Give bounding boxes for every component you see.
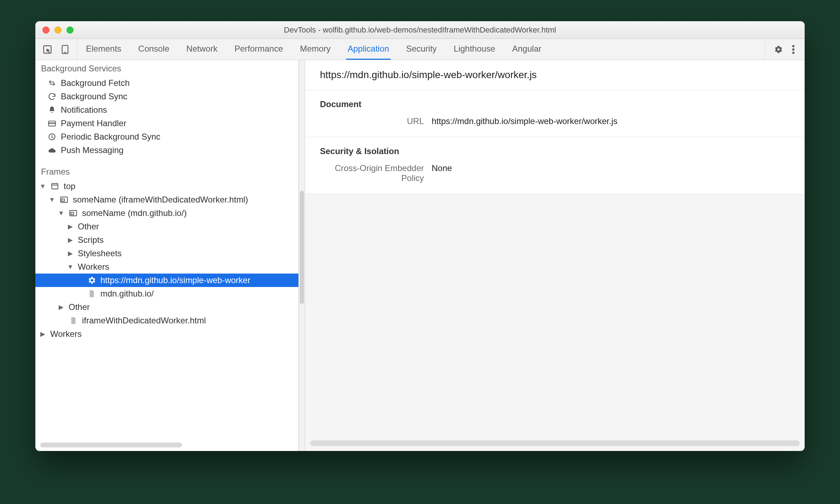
- iframe-icon: [59, 195, 69, 204]
- bg-service-item[interactable]: Payment Handler: [35, 117, 298, 130]
- details-horizontal-scrollbar[interactable]: [310, 440, 800, 446]
- section-frames: Frames: [35, 163, 298, 180]
- svg-point-3: [792, 45, 794, 47]
- background-services-list: Background FetchBackground SyncNotificat…: [35, 76, 298, 157]
- tree-row[interactable]: Stylesheets: [35, 247, 298, 260]
- bell-icon: [47, 105, 57, 115]
- credit-card-icon: [47, 119, 57, 128]
- tab-console[interactable]: Console: [137, 39, 171, 60]
- application-sidebar: Background Services Background FetchBack…: [35, 60, 299, 451]
- tab-security[interactable]: Security: [405, 39, 438, 60]
- devtools-tabbar: ElementsConsoleNetworkPerformanceMemoryA…: [35, 39, 805, 60]
- window-titlebar: DevTools - wolfib.github.io/web-demos/ne…: [35, 21, 805, 39]
- svg-point-5: [792, 52, 794, 53]
- bg-service-item[interactable]: Background Sync: [35, 90, 298, 103]
- tree-row-label: someName (iframeWithDedicatedWorker.html…: [73, 195, 248, 205]
- tree-row[interactable]: top: [35, 180, 298, 193]
- tree-disclosure-arrow[interactable]: [67, 250, 74, 257]
- tree-row-label: top: [64, 181, 75, 191]
- tree-disclosure-arrow[interactable]: [40, 330, 46, 338]
- tree-row[interactable]: someName (iframeWithDedicatedWorker.html…: [35, 193, 298, 206]
- tree-row[interactable]: Workers: [35, 260, 298, 274]
- file-icon: [87, 289, 96, 298]
- document-url-value: https://mdn.github.io/simple-web-worker/…: [432, 116, 618, 126]
- gear-icon: [87, 276, 96, 285]
- tree-row-label: Workers: [50, 329, 82, 339]
- tree-row-label: Other: [69, 302, 90, 312]
- details-pane: https://mdn.github.io/simple-web-worker/…: [305, 60, 805, 451]
- tree-row[interactable]: someName (mdn.github.io/): [35, 206, 298, 220]
- bg-service-label: Notifications: [61, 105, 107, 115]
- tree-disclosure-arrow[interactable]: [40, 183, 46, 190]
- detail-title: https://mdn.github.io/simple-web-worker/…: [305, 60, 805, 90]
- bg-service-item[interactable]: Notifications: [35, 103, 298, 117]
- coep-label: Cross-Origin Embedder Policy: [320, 163, 432, 183]
- device-toggle-icon[interactable]: [60, 45, 70, 54]
- tree-row[interactable]: iframeWithDedicatedWorker.html: [35, 314, 298, 327]
- refresh-icon: [47, 92, 57, 101]
- coep-value: None: [432, 163, 452, 183]
- tree-disclosure-arrow[interactable]: [58, 210, 64, 217]
- sidebar-vertical-scrollbar[interactable]: [299, 60, 305, 451]
- bg-service-item[interactable]: Periodic Background Sync: [35, 130, 298, 143]
- devtools-window: DevTools - wolfib.github.io/web-demos/ne…: [35, 21, 805, 451]
- gear-icon[interactable]: [774, 45, 783, 54]
- tab-performance[interactable]: Performance: [233, 39, 284, 60]
- svg-point-4: [792, 48, 794, 50]
- tree-disclosure-arrow[interactable]: [67, 223, 74, 230]
- document-url-row: URL https://mdn.github.io/simple-web-wor…: [305, 114, 805, 128]
- tab-angular[interactable]: Angular: [511, 39, 543, 60]
- document-section-title: Document: [305, 96, 805, 114]
- tree-row[interactable]: mdn.github.io/: [35, 287, 298, 300]
- details-empty-area: [305, 194, 805, 451]
- tree-row[interactable]: Other: [35, 220, 298, 233]
- bg-service-label: Payment Handler: [61, 118, 126, 128]
- toolbar-right: [765, 39, 800, 60]
- bg-service-label: Periodic Background Sync: [61, 132, 160, 142]
- inspect-tools: [40, 39, 77, 60]
- tree-row[interactable]: Other: [35, 300, 298, 314]
- document-panel: Document URL https://mdn.github.io/simpl…: [305, 90, 805, 137]
- section-background-services: Background Services: [35, 60, 298, 76]
- document-url-label: URL: [320, 116, 432, 126]
- tree-row-label: https://mdn.github.io/simple-web-worker: [100, 275, 250, 285]
- tab-memory[interactable]: Memory: [299, 39, 332, 60]
- panel-tabs: ElementsConsoleNetworkPerformanceMemoryA…: [84, 39, 758, 60]
- tree-row-label: Scripts: [78, 235, 104, 245]
- tree-row[interactable]: Workers: [35, 327, 298, 341]
- tree-disclosure-arrow[interactable]: [58, 303, 64, 311]
- iframe-icon: [69, 209, 78, 218]
- tree-disclosure-arrow[interactable]: [67, 263, 74, 271]
- tab-network[interactable]: Network: [185, 39, 219, 60]
- content-area: Background Services Background FetchBack…: [35, 60, 805, 451]
- sidebar-horizontal-scrollbar[interactable]: [40, 443, 293, 447]
- tab-application[interactable]: Application: [346, 39, 390, 60]
- tree-row-label: Other: [78, 222, 99, 232]
- cloud-icon: [47, 146, 57, 155]
- security-panel: Security & Isolation Cross-Origin Embedd…: [305, 137, 805, 194]
- bg-service-label: Push Messaging: [61, 145, 123, 155]
- tree-row-label: someName (mdn.github.io/): [82, 208, 187, 218]
- bg-service-item[interactable]: Background Fetch: [35, 76, 298, 90]
- more-menu-icon[interactable]: [792, 45, 795, 54]
- bg-service-label: Background Sync: [61, 92, 127, 101]
- tab-lighthouse[interactable]: Lighthouse: [452, 39, 496, 60]
- clock-icon: [47, 132, 57, 141]
- inspect-element-icon[interactable]: [42, 45, 52, 54]
- tree-disclosure-arrow[interactable]: [49, 196, 55, 204]
- file-icon: [69, 316, 78, 325]
- tree-disclosure-arrow[interactable]: [67, 236, 74, 244]
- tab-elements[interactable]: Elements: [84, 39, 123, 60]
- window-icon: [50, 182, 59, 191]
- tree-row-label: iframeWithDedicatedWorker.html: [82, 316, 206, 326]
- tree-row-label: Workers: [78, 262, 109, 272]
- tree-row-label: mdn.github.io/: [100, 289, 154, 299]
- coep-row: Cross-Origin Embedder Policy None: [305, 161, 805, 185]
- security-section-title: Security & Isolation: [305, 143, 805, 161]
- tree-row[interactable]: Scripts: [35, 233, 298, 247]
- tree-row[interactable]: https://mdn.github.io/simple-web-worker: [35, 274, 298, 287]
- bg-service-item[interactable]: Push Messaging: [35, 143, 298, 157]
- window-title: DevTools - wolfib.github.io/web-demos/ne…: [35, 25, 805, 35]
- bg-service-label: Background Fetch: [61, 78, 130, 88]
- sync-alt-icon: [47, 78, 57, 88]
